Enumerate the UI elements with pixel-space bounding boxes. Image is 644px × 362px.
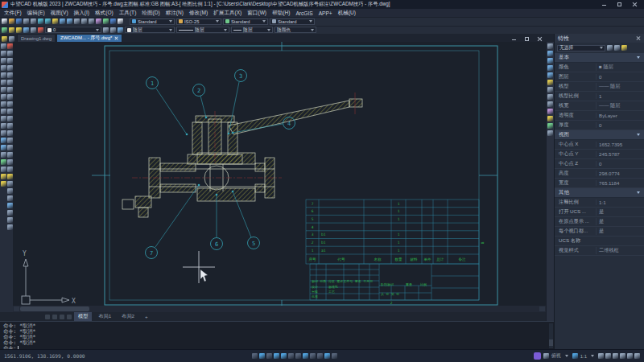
menu-item-2[interactable]: 视图(V) [51, 10, 68, 17]
explode-icon[interactable] [7, 174, 13, 179]
preview-icon[interactable] [31, 19, 36, 24]
scroll-left-icon[interactable] [14, 306, 19, 311]
copy-nested-icon[interactable] [7, 224, 13, 230]
mleader-style-combo[interactable]: Standard [270, 19, 315, 25]
lwt-icon[interactable] [310, 353, 316, 359]
menu-item-5[interactable]: 工具(T) [119, 10, 137, 17]
canvas-hscrollbar[interactable] [13, 306, 546, 312]
layer-walk-icon[interactable] [118, 27, 123, 33]
balloon-1[interactable]: 1 [151, 80, 154, 87]
plotstyle-combo[interactable]: 随颜色 [275, 27, 316, 33]
layer-isolate-icon[interactable] [16, 27, 22, 33]
block-icon[interactable] [110, 19, 116, 24]
lengthen-icon[interactable] [7, 109, 13, 114]
customize-icon[interactable] [634, 353, 640, 359]
layer-previous-icon[interactable] [103, 27, 109, 33]
arc-icon[interactable] [1, 87, 6, 93]
workspace-gear-icon[interactable] [613, 353, 618, 359]
menu-item-10[interactable]: 窗口(W) [247, 10, 266, 17]
menu-item-1[interactable]: 编辑(E) [27, 10, 45, 17]
hatch-edit-icon[interactable] [7, 203, 13, 208]
reverse-icon[interactable] [7, 217, 13, 223]
prop-row-1-0[interactable]: 中心点 X1652.7395 [555, 140, 644, 150]
align-icon[interactable] [7, 181, 13, 187]
trim-icon[interactable] [7, 116, 13, 121]
tab-close-icon[interactable] [114, 36, 118, 40]
construction-line-icon[interactable] [1, 58, 6, 64]
render-icon[interactable] [547, 109, 553, 114]
zoom-realtime-icon[interactable] [60, 19, 65, 24]
tab-nav-first-icon[interactable] [45, 315, 50, 319]
layer-color-icon[interactable] [38, 27, 43, 33]
maximize-button[interactable] [617, 2, 622, 7]
collapse-arrow-icon[interactable] [637, 56, 640, 59]
block-insert-icon[interactable] [1, 174, 6, 179]
point-icon[interactable] [1, 130, 6, 136]
pan-view-icon[interactable] [547, 87, 553, 93]
balloon-7[interactable]: 7 [150, 250, 153, 257]
ray-icon[interactable] [1, 51, 6, 56]
ellipse-icon[interactable] [1, 116, 6, 121]
polyline-icon[interactable] [1, 65, 6, 71]
stretch-icon[interactable] [7, 101, 13, 107]
menu-item-7[interactable]: 标注(N) [166, 10, 184, 17]
save-icon[interactable] [16, 19, 22, 24]
pan-icon[interactable] [52, 19, 58, 24]
drawing-canvas[interactable]: 1 2 3 4 5 6 7 Y X 序号代号名称数量材料单件总计备注716151… [13, 42, 546, 306]
menu-item-8[interactable]: 修改(M) [189, 10, 208, 17]
iso-view-icon[interactable] [547, 72, 553, 78]
ducs-icon[interactable] [295, 353, 301, 359]
spline-edit-icon[interactable] [7, 195, 13, 201]
pedit-icon[interactable] [7, 188, 13, 194]
prop-row-0-4[interactable]: 线宽—— 随层 [555, 101, 644, 111]
tab-model[interactable]: 模型 [74, 312, 92, 321]
tab-add-layout[interactable]: + [141, 313, 152, 320]
balloon-3[interactable]: 3 [239, 73, 242, 80]
menu-item-0[interactable]: 文件(F) [4, 10, 22, 17]
layer-lock-icon[interactable] [31, 27, 36, 33]
array-edit-icon[interactable] [7, 210, 13, 216]
break-icon[interactable] [7, 138, 13, 143]
scale-icon[interactable] [7, 94, 13, 100]
block-create-icon[interactable] [1, 181, 6, 187]
menu-item-4[interactable]: 格式(O) [95, 10, 114, 17]
polygon-icon[interactable] [1, 72, 6, 78]
prop-row-0-3[interactable]: 线型比例1 [555, 92, 644, 101]
prop-row-1-3[interactable]: 高度298.0774 [555, 169, 644, 179]
prop-row-0-5[interactable]: 透明度ByLayer [555, 111, 644, 121]
copy-icon[interactable] [81, 19, 87, 24]
prop-row-2-0[interactable]: 注释比例1:1 [555, 198, 644, 208]
tab-nav-next-icon[interactable] [60, 315, 64, 319]
print-icon[interactable] [23, 19, 29, 24]
select-objects-icon[interactable] [614, 45, 620, 51]
command-scrollbar[interactable] [549, 323, 553, 348]
scroll-right-icon[interactable] [539, 306, 545, 311]
panel-close-icon[interactable] [636, 36, 641, 41]
annotation-auto-icon[interactable] [605, 353, 611, 359]
collapse-arrow-icon[interactable] [637, 191, 640, 194]
layer-off-icon[interactable] [9, 27, 14, 33]
extend-icon[interactable] [7, 123, 13, 129]
properties-header[interactable]: 特性 [555, 34, 644, 43]
ellipse-arc-icon[interactable] [1, 123, 6, 129]
redo-icon[interactable] [45, 19, 51, 24]
spline-icon[interactable] [1, 109, 6, 114]
command-window[interactable]: 命令: *取消*命令: *取消*命令: *取消*命令: *取消* 命令: [0, 321, 554, 349]
front-view-icon[interactable] [547, 58, 553, 64]
prop-row-2-1[interactable]: 打开 UCS ...是 [555, 208, 644, 217]
circle-icon[interactable] [1, 94, 6, 100]
tab-nav-prev-icon[interactable] [52, 315, 57, 319]
left-view-icon[interactable] [547, 65, 553, 71]
view-label[interactable]: 俯视 [551, 352, 561, 360]
join-icon[interactable] [7, 145, 13, 150]
table-style-combo[interactable]: Standard [223, 19, 268, 25]
tab-layout1[interactable]: 布局1 [94, 312, 115, 321]
props-section-1[interactable]: 视图 [555, 130, 644, 140]
draw-order-icon[interactable] [2, 36, 7, 42]
prop-row-2-5[interactable]: 视觉样式二维线框 [555, 246, 644, 256]
balloon-6[interactable]: 6 [215, 241, 218, 248]
color-combo[interactable]: 随层 [125, 27, 175, 33]
top-view-icon[interactable] [547, 51, 553, 56]
copy-obj-icon[interactable] [7, 51, 13, 56]
menu-item-3[interactable]: 插入(I) [74, 10, 89, 17]
